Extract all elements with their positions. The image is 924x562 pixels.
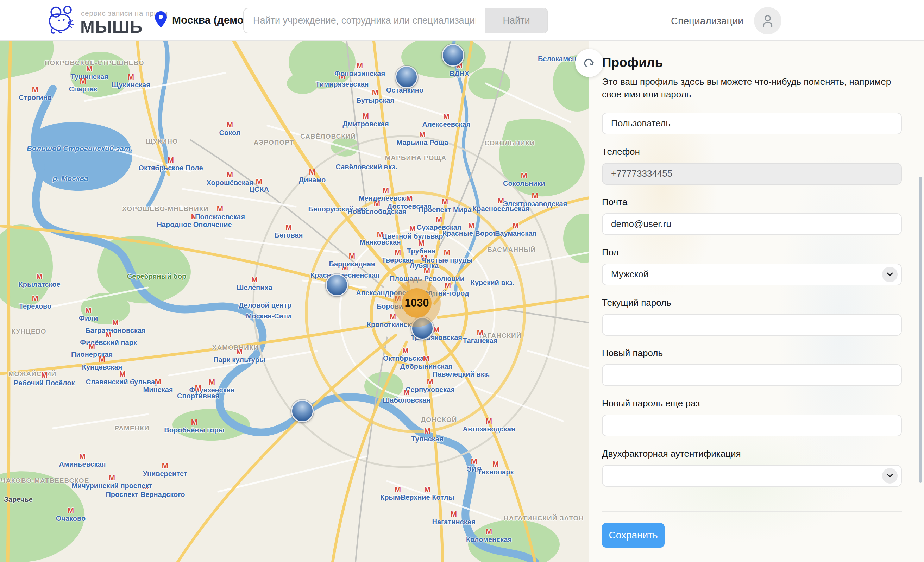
email-input[interactable] (602, 213, 902, 235)
map-label: Проспект Вернадского (106, 490, 185, 499)
map-label: Спартак (69, 85, 98, 93)
metro-icon: М (162, 462, 168, 471)
two-factor-select[interactable] (602, 465, 902, 487)
map-label: Серебряный бор (127, 273, 186, 280)
divider (589, 108, 924, 108)
metro-icon: М (498, 196, 504, 205)
map-label: Славянский бульвар (86, 378, 159, 386)
metro-icon: М (424, 485, 430, 494)
metro-icon: М (217, 204, 223, 214)
metro-icon: М (372, 88, 378, 97)
map-label: Красносельская (472, 205, 530, 213)
map-label: Крымская (380, 493, 416, 502)
metro-icon: М (394, 248, 401, 257)
place-photo-marker[interactable] (326, 274, 348, 296)
map-label: КУНЦЕВО (11, 328, 46, 336)
map-label: Пионерская (71, 351, 112, 358)
map-canvas[interactable]: МТушинскаяПОКРОВСКОЕ-СТРЕШНЕВОМСпартакМЩ… (0, 41, 589, 562)
location-pin-icon (155, 11, 167, 28)
nav-specializations[interactable]: Специализации (671, 15, 743, 27)
map-label: Университет (143, 470, 187, 478)
map-label: ХОРОШЁВО-МНЁВНИКИ (122, 205, 209, 213)
metro-icon: М (32, 85, 38, 94)
chevron-down-icon[interactable] (882, 468, 898, 484)
new-password-input[interactable] (602, 364, 902, 386)
map-label: Менделеевская (359, 194, 413, 202)
map-label: Электрозаводская (503, 200, 567, 208)
metro-icon: М (424, 267, 430, 276)
map-label: Бауманская (495, 229, 537, 238)
metro-icon: М (256, 177, 262, 186)
username-input[interactable] (602, 112, 902, 135)
search-button[interactable]: Найти (485, 9, 548, 33)
metro-icon: М (418, 238, 424, 248)
place-photo-marker[interactable] (291, 400, 314, 422)
place-photo-marker[interactable] (395, 66, 418, 88)
new-password-repeat-label: Новый пароль еще раз (602, 398, 902, 409)
metro-icon: М (86, 64, 93, 73)
map-label: Минская (143, 386, 173, 394)
metro-icon: М (155, 377, 161, 387)
metro-icon: М (471, 457, 477, 466)
map-label: Савёловский вкз. (336, 163, 398, 171)
metro-icon: М (427, 377, 433, 387)
metro-icon: М (142, 482, 148, 491)
map-label: СОКОЛЬНИКИ (484, 139, 535, 147)
map-label: Новослободская (347, 208, 406, 216)
mouse-logo-icon[interactable] (47, 6, 79, 37)
chevron-down-icon[interactable] (882, 267, 898, 282)
map-label: САВЁЛОВСКИЙ (300, 133, 356, 141)
map-label: НАГАТИНСКИЙ ЗАТОН (504, 514, 584, 522)
map-label: Рабочий Посёлок (14, 379, 75, 387)
map-label: Алексеевская (422, 120, 471, 129)
map-label: Крылатское (18, 280, 60, 289)
panel-toggle-button[interactable] (575, 49, 603, 77)
map-label: Терехово (19, 302, 52, 310)
page-title: Профиль (602, 55, 902, 70)
map-label: Красные Ворота (442, 229, 500, 238)
metro-icon: М (394, 485, 401, 494)
new-password-repeat-input[interactable] (602, 415, 902, 436)
metro-icon: М (227, 170, 233, 180)
metro-icon: М (433, 325, 440, 334)
gender-select[interactable]: Мужской (602, 264, 902, 285)
metro-icon: М (112, 318, 118, 327)
map-label: Проспект Мира (418, 206, 472, 214)
map-label: РАМЕНКИ (114, 424, 149, 432)
metro-icon: М (521, 171, 527, 180)
current-password-input[interactable] (602, 314, 902, 336)
search-bar: Найти (243, 8, 548, 33)
map-label: Полежаевская (195, 213, 245, 221)
metro-icon: М (191, 418, 198, 427)
map-labels-layer: МТушинскаяПОКРОВСКОЕ-СТРЕШНЕВОМСпартакМЩ… (0, 41, 589, 562)
metro-icon: М (309, 168, 315, 177)
redo-arrow-icon (582, 56, 596, 70)
map-label: Сухаревская (416, 223, 461, 232)
city-selector[interactable]: Москва (демо) (172, 14, 247, 26)
map-label: Октябрьское Поле (138, 164, 203, 172)
map-label: Чистые пруды (422, 256, 472, 264)
map-label: Москва-Сити (246, 312, 291, 320)
map-label: ПОКРОВСКОЕ-СТРЕШНЕВО (44, 59, 144, 67)
cluster-marker[interactable]: 1030 (393, 279, 441, 327)
metro-icon: М (168, 156, 174, 165)
place-photo-marker[interactable] (442, 44, 464, 66)
map-label: Заречье (4, 496, 33, 504)
map-label: Баррикадная (329, 260, 375, 268)
metro-icon: М (406, 194, 412, 203)
metro-icon: М (85, 306, 92, 315)
metro-icon: М (444, 248, 450, 257)
map-label: Очаково (56, 514, 86, 523)
divider (602, 511, 902, 512)
map-label: Мичуринский проспект (72, 482, 152, 490)
map-label: БАСМАННЫЙ (487, 246, 536, 254)
profile-description: Это ваш профиль здесь вы можете что-нибу… (602, 76, 899, 101)
top-bar: сервис записи на прием МЫШЬ Москва (демо… (0, 0, 924, 41)
search-input[interactable] (244, 9, 485, 33)
brand-name[interactable]: МЫШЬ (80, 17, 142, 37)
panel-scrollbar[interactable] (919, 177, 922, 483)
save-button[interactable]: Сохранить (602, 523, 664, 548)
map-label: ЗИЛ (467, 465, 482, 473)
user-avatar[interactable] (754, 7, 782, 34)
metro-icon: М (41, 370, 48, 380)
